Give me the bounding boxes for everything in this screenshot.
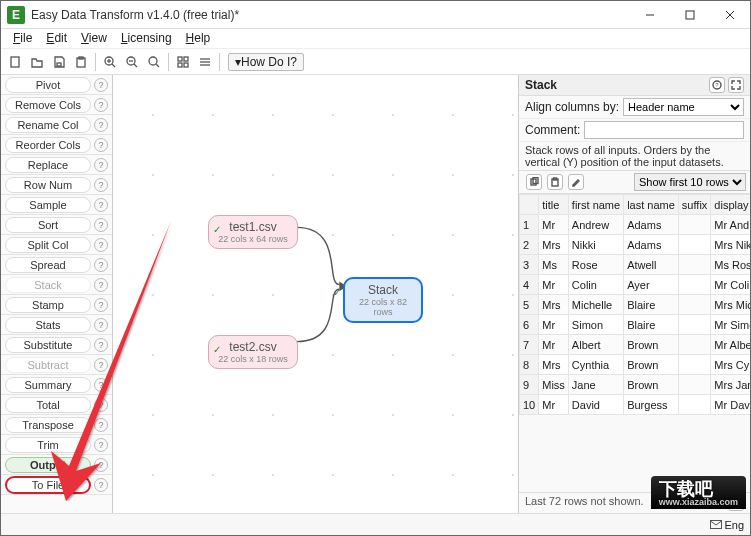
help-icon[interactable]: ? [94, 278, 108, 292]
align-label: Align columns by: [525, 100, 619, 114]
menu-licensing[interactable]: Licensing [115, 30, 178, 47]
menu-edit[interactable]: Edit [40, 30, 73, 47]
new-icon[interactable] [5, 52, 25, 72]
minimize-button[interactable] [630, 1, 670, 29]
sidebar-item-trim[interactable]: Trim? [1, 435, 112, 455]
sidebar-item-replace[interactable]: Replace? [1, 155, 112, 175]
menu-view[interactable]: View [75, 30, 113, 47]
sidebar-item-sample[interactable]: Sample? [1, 195, 112, 215]
menu-file[interactable]: File [7, 30, 38, 47]
panel-title: Stack [525, 78, 706, 92]
align-select[interactable]: Header name [623, 98, 744, 116]
sidebar-item-reorder-cols[interactable]: Reorder Cols? [1, 135, 112, 155]
watermark: 下载吧 www.xiazaiba.com [651, 476, 746, 509]
column-header[interactable]: display nam [711, 195, 750, 215]
table-row[interactable]: 8MrsCynthiaBrownMrs Cynthia [520, 355, 751, 375]
zoom-in-icon[interactable] [100, 52, 120, 72]
help-icon[interactable]: ? [94, 178, 108, 192]
paste-icon[interactable] [71, 52, 91, 72]
sidebar-item-total[interactable]: Total? [1, 395, 112, 415]
help-icon[interactable]: ? [94, 438, 108, 452]
table-row[interactable]: 7MrAlbertBrownMr Albert B [520, 335, 751, 355]
sidebar-item-label: Stats [5, 317, 91, 333]
help-icon[interactable]: ? [94, 338, 108, 352]
status-email-icon[interactable]: Eng [710, 519, 744, 531]
open-icon[interactable] [27, 52, 47, 72]
show-rows-select[interactable]: Show first 10 rows [634, 173, 746, 191]
help-icon[interactable]: ? [94, 398, 108, 412]
sidebar-item-spread[interactable]: Spread? [1, 255, 112, 275]
right-panel: Stack ? Align columns by: Header name Co… [518, 75, 750, 513]
sidebar-item-to-file[interactable]: To File? [1, 475, 112, 495]
table-row[interactable]: 4MrColinAyerMr Colin Ay [520, 275, 751, 295]
menu-help[interactable]: Help [180, 30, 217, 47]
maximize-button[interactable] [670, 1, 710, 29]
node-subtitle: 22 cols x 64 rows [217, 234, 289, 244]
edit-icon[interactable] [568, 174, 584, 190]
save-icon[interactable] [49, 52, 69, 72]
sidebar-item-row-num[interactable]: Row Num? [1, 175, 112, 195]
copy-icon[interactable] [526, 174, 542, 190]
sidebar-item-rename-col[interactable]: Rename Col? [1, 115, 112, 135]
column-header[interactable] [520, 195, 539, 215]
list-icon[interactable] [195, 52, 215, 72]
table-row[interactable]: 2MrsNikkiAdamsMrs Nikki A [520, 235, 751, 255]
grid-icon[interactable] [173, 52, 193, 72]
canvas[interactable]: ✓ test1.csv 22 cols x 64 rows ✓ test2.cs… [113, 75, 518, 513]
sidebar-item-label: Spread [5, 257, 91, 273]
svg-rect-20 [184, 63, 188, 67]
sidebar-item-substitute[interactable]: Substitute? [1, 335, 112, 355]
close-button[interactable] [710, 1, 750, 29]
help-icon[interactable]: ? [94, 118, 108, 132]
help-icon[interactable]: ? [94, 378, 108, 392]
column-header[interactable]: first name [568, 195, 623, 215]
menubar: File Edit View Licensing Help [1, 29, 750, 49]
zoom-out-icon[interactable] [122, 52, 142, 72]
sidebar-item-summary[interactable]: Summary? [1, 375, 112, 395]
svg-rect-1 [686, 11, 694, 19]
sidebar-item-transpose[interactable]: Transpose? [1, 415, 112, 435]
table-row[interactable]: 5MrsMichelleBlaireMrs Michell [520, 295, 751, 315]
paste-icon[interactable] [547, 174, 563, 190]
sidebar-item-output[interactable]: Output? [1, 455, 112, 475]
help-icon[interactable]: ? [94, 418, 108, 432]
table-row[interactable]: 6MrSimonBlaireMr Simon B [520, 315, 751, 335]
node-stack[interactable]: ✓ Stack 22 cols x 82 rows [343, 277, 423, 323]
table-row[interactable]: 9MissJaneBrownMrs Jane Br [520, 375, 751, 395]
table-row[interactable]: 1MrAndrewAdamsMr Andrew [520, 215, 751, 235]
help-icon[interactable]: ? [94, 358, 108, 372]
table-row[interactable]: 3MsRoseAtwellMs Rose At [520, 255, 751, 275]
column-header[interactable]: suffix [678, 195, 710, 215]
node-test2[interactable]: ✓ test2.csv 22 cols x 18 rows [208, 335, 298, 369]
help-icon[interactable]: ? [94, 218, 108, 232]
help-icon[interactable]: ? [94, 258, 108, 272]
sidebar-item-subtract: Subtract? [1, 355, 112, 375]
help-icon[interactable]: ? [709, 77, 725, 93]
column-header[interactable]: last name [624, 195, 679, 215]
node-test1[interactable]: ✓ test1.csv 22 cols x 64 rows [208, 215, 298, 249]
help-icon[interactable]: ? [94, 98, 108, 112]
help-icon[interactable]: ? [94, 238, 108, 252]
zoom-fit-icon[interactable] [144, 52, 164, 72]
sidebar-item-pivot[interactable]: Pivot? [1, 75, 112, 95]
node-title: Stack [353, 283, 413, 297]
data-table[interactable]: titlefirst namelast namesuffixdisplay na… [519, 194, 750, 492]
comment-input[interactable] [584, 121, 744, 139]
help-icon[interactable]: ? [94, 318, 108, 332]
sidebar-item-remove-cols[interactable]: Remove Cols? [1, 95, 112, 115]
sidebar-item-stats[interactable]: Stats? [1, 315, 112, 335]
table-row[interactable]: 10MrDavidBurgessMr David B [520, 395, 751, 415]
how-do-i-dropdown[interactable]: ▾How Do I? [228, 53, 304, 71]
help-icon[interactable]: ? [94, 458, 108, 472]
column-header[interactable]: title [539, 195, 569, 215]
help-icon[interactable]: ? [94, 298, 108, 312]
help-icon[interactable]: ? [94, 78, 108, 92]
sidebar-item-split-col[interactable]: Split Col? [1, 235, 112, 255]
help-icon[interactable]: ? [94, 198, 108, 212]
sidebar-item-stamp[interactable]: Stamp? [1, 295, 112, 315]
help-icon[interactable]: ? [94, 478, 108, 492]
expand-icon[interactable] [728, 77, 744, 93]
help-icon[interactable]: ? [94, 158, 108, 172]
sidebar-item-sort[interactable]: Sort? [1, 215, 112, 235]
help-icon[interactable]: ? [94, 138, 108, 152]
